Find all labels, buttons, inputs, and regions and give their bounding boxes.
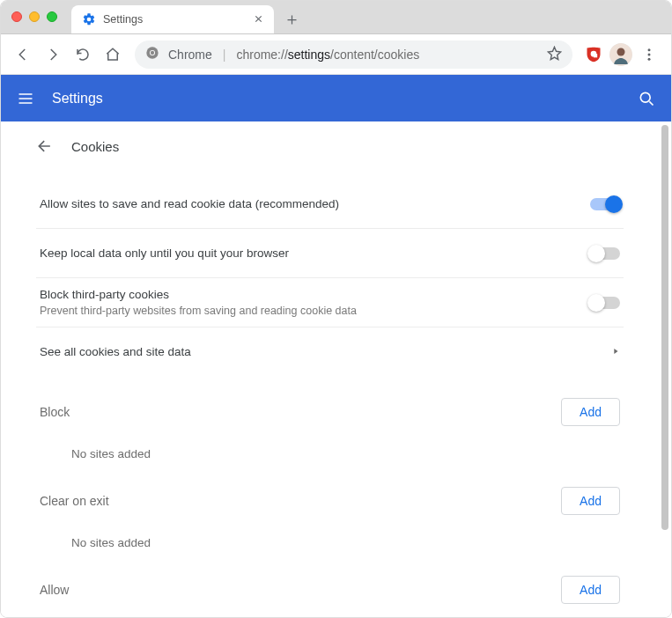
settings-app-header: Settings: [1, 75, 671, 121]
svg-point-6: [617, 48, 625, 55]
window-close-button[interactable]: [11, 11, 22, 22]
section-title: Cookies: [71, 139, 119, 154]
toggle-block-third-party[interactable]: [590, 297, 620, 309]
toggle-allow-cookies[interactable]: [590, 198, 620, 210]
back-button[interactable]: [10, 41, 36, 68]
setting-title: Allow sites to save and read cookie data…: [40, 197, 576, 210]
svg-point-2: [151, 51, 154, 55]
section-header: Cookies: [36, 121, 624, 171]
reload-button[interactable]: [70, 41, 96, 68]
category-allow: Allow Add: [36, 576, 624, 604]
search-icon[interactable]: [638, 90, 655, 107]
svg-point-8: [648, 53, 651, 55]
category-empty-text: No sites added: [36, 515, 624, 553]
category-title: Block: [40, 405, 561, 419]
toggle-keep-local-until-quit[interactable]: [590, 247, 620, 260]
chrome-icon: [145, 46, 159, 63]
svg-point-9: [648, 57, 651, 60]
section-back-button[interactable]: [36, 137, 54, 155]
svg-point-10: [640, 92, 650, 102]
tab-title: Settings: [103, 13, 245, 26]
url-text: chrome://settings/content/cookies: [236, 48, 419, 62]
setting-allow-cookies: Allow sites to save and read cookie data…: [36, 180, 624, 229]
app-title: Settings: [52, 91, 620, 107]
url-scheme-label: Chrome: [168, 48, 212, 62]
setting-subtitle: Prevent third-party websites from saving…: [40, 305, 576, 317]
bookmark-star-icon[interactable]: [547, 46, 562, 63]
tab-close-icon[interactable]: [252, 12, 265, 26]
see-all-cookies-row[interactable]: See all cookies and site data: [36, 327, 624, 375]
browser-tab[interactable]: Settings: [71, 5, 274, 33]
address-bar[interactable]: Chrome | chrome://settings/content/cooki…: [135, 40, 572, 69]
category-empty-text: No sites added: [36, 426, 624, 464]
browser-toolbar: Chrome | chrome://settings/content/cooki…: [1, 34, 671, 75]
menu-icon[interactable]: [17, 90, 34, 107]
setting-title: Block third-party cookies: [40, 288, 576, 301]
window-titlebar: Settings: [1, 1, 671, 34]
scrollbar-thumb[interactable]: [661, 125, 668, 530]
settings-content: Cookies Allow sites to save and read coo…: [1, 121, 659, 618]
add-block-site-button[interactable]: Add: [561, 398, 620, 426]
add-clear-on-exit-site-button[interactable]: Add: [561, 487, 620, 515]
profile-avatar[interactable]: [609, 43, 632, 66]
forward-button[interactable]: [40, 41, 66, 68]
category-title: Allow: [40, 583, 561, 597]
url-separator: |: [223, 48, 226, 62]
svg-point-7: [648, 48, 651, 51]
add-allow-site-button[interactable]: Add: [561, 576, 620, 604]
new-tab-button[interactable]: [279, 7, 304, 32]
window-minimize-button[interactable]: [29, 11, 40, 22]
vertical-scrollbar[interactable]: [659, 121, 671, 618]
browser-menu-button[interactable]: [636, 41, 662, 68]
home-button[interactable]: [100, 41, 126, 68]
window-zoom-button[interactable]: [47, 11, 57, 22]
chevron-right-icon: [611, 343, 620, 359]
setting-keep-local-until-quit: Keep local data only until you quit your…: [36, 229, 624, 278]
ublock-extension-icon[interactable]: [581, 42, 606, 67]
category-title: Clear on exit: [40, 494, 561, 508]
window-controls: [11, 11, 57, 22]
svg-rect-4: [594, 54, 597, 57]
link-title: See all cookies and site data: [40, 345, 611, 358]
tabstrip: Settings: [71, 1, 304, 33]
setting-block-third-party: Block third-party cookies Prevent third-…: [36, 278, 624, 327]
gear-icon: [82, 12, 96, 26]
category-block: Block Add No sites added: [36, 398, 624, 464]
setting-title: Keep local data only until you quit your…: [40, 246, 576, 260]
category-clear-on-exit: Clear on exit Add No sites added: [36, 487, 624, 553]
